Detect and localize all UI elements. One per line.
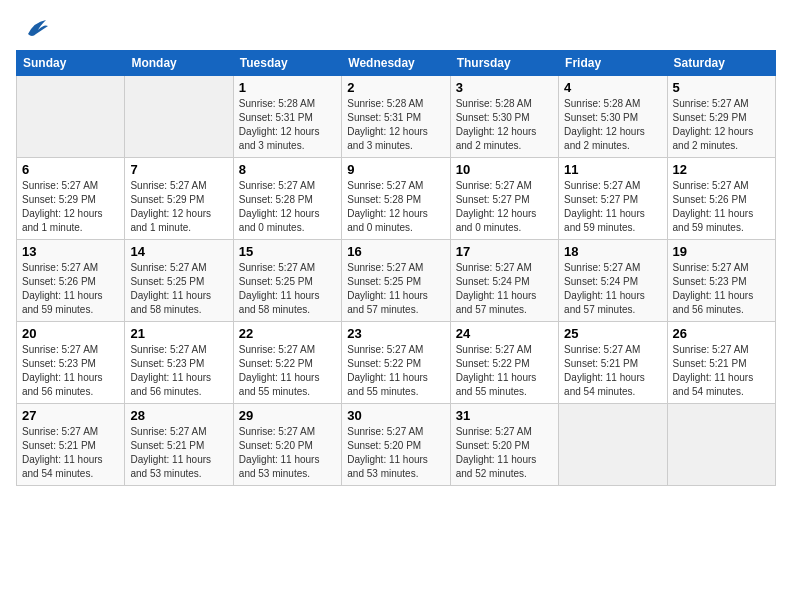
day-info: Sunrise: 5:27 AM Sunset: 5:25 PM Dayligh… <box>130 261 227 317</box>
calendar-body: 1Sunrise: 5:28 AM Sunset: 5:31 PM Daylig… <box>17 76 776 486</box>
day-number: 14 <box>130 244 227 259</box>
day-number: 20 <box>22 326 119 341</box>
calendar-cell: 10Sunrise: 5:27 AM Sunset: 5:27 PM Dayli… <box>450 158 558 240</box>
calendar-cell: 13Sunrise: 5:27 AM Sunset: 5:26 PM Dayli… <box>17 240 125 322</box>
calendar-cell: 18Sunrise: 5:27 AM Sunset: 5:24 PM Dayli… <box>559 240 667 322</box>
day-info: Sunrise: 5:27 AM Sunset: 5:28 PM Dayligh… <box>347 179 444 235</box>
calendar-cell: 22Sunrise: 5:27 AM Sunset: 5:22 PM Dayli… <box>233 322 341 404</box>
day-info: Sunrise: 5:27 AM Sunset: 5:26 PM Dayligh… <box>22 261 119 317</box>
day-info: Sunrise: 5:27 AM Sunset: 5:22 PM Dayligh… <box>347 343 444 399</box>
day-info: Sunrise: 5:27 AM Sunset: 5:22 PM Dayligh… <box>456 343 553 399</box>
day-number: 11 <box>564 162 661 177</box>
calendar-cell: 3Sunrise: 5:28 AM Sunset: 5:30 PM Daylig… <box>450 76 558 158</box>
day-number: 26 <box>673 326 770 341</box>
day-number: 1 <box>239 80 336 95</box>
calendar-cell: 2Sunrise: 5:28 AM Sunset: 5:31 PM Daylig… <box>342 76 450 158</box>
day-number: 29 <box>239 408 336 423</box>
header-wednesday: Wednesday <box>342 51 450 76</box>
day-info: Sunrise: 5:27 AM Sunset: 5:21 PM Dayligh… <box>673 343 770 399</box>
day-number: 12 <box>673 162 770 177</box>
day-number: 13 <box>22 244 119 259</box>
day-number: 18 <box>564 244 661 259</box>
calendar-cell: 15Sunrise: 5:27 AM Sunset: 5:25 PM Dayli… <box>233 240 341 322</box>
day-number: 27 <box>22 408 119 423</box>
header-friday: Friday <box>559 51 667 76</box>
day-info: Sunrise: 5:27 AM Sunset: 5:25 PM Dayligh… <box>347 261 444 317</box>
header-saturday: Saturday <box>667 51 775 76</box>
calendar-cell: 25Sunrise: 5:27 AM Sunset: 5:21 PM Dayli… <box>559 322 667 404</box>
calendar-cell: 27Sunrise: 5:27 AM Sunset: 5:21 PM Dayli… <box>17 404 125 486</box>
calendar-table: SundayMondayTuesdayWednesdayThursdayFrid… <box>16 50 776 486</box>
day-number: 16 <box>347 244 444 259</box>
calendar-cell: 7Sunrise: 5:27 AM Sunset: 5:29 PM Daylig… <box>125 158 233 240</box>
calendar-cell: 14Sunrise: 5:27 AM Sunset: 5:25 PM Dayli… <box>125 240 233 322</box>
week-row-1: 1Sunrise: 5:28 AM Sunset: 5:31 PM Daylig… <box>17 76 776 158</box>
week-row-2: 6Sunrise: 5:27 AM Sunset: 5:29 PM Daylig… <box>17 158 776 240</box>
day-number: 10 <box>456 162 553 177</box>
week-row-4: 20Sunrise: 5:27 AM Sunset: 5:23 PM Dayli… <box>17 322 776 404</box>
day-info: Sunrise: 5:27 AM Sunset: 5:24 PM Dayligh… <box>456 261 553 317</box>
day-number: 21 <box>130 326 227 341</box>
calendar-cell: 16Sunrise: 5:27 AM Sunset: 5:25 PM Dayli… <box>342 240 450 322</box>
day-info: Sunrise: 5:27 AM Sunset: 5:23 PM Dayligh… <box>22 343 119 399</box>
header-thursday: Thursday <box>450 51 558 76</box>
day-number: 30 <box>347 408 444 423</box>
day-info: Sunrise: 5:28 AM Sunset: 5:30 PM Dayligh… <box>456 97 553 153</box>
day-info: Sunrise: 5:27 AM Sunset: 5:20 PM Dayligh… <box>347 425 444 481</box>
calendar-cell: 24Sunrise: 5:27 AM Sunset: 5:22 PM Dayli… <box>450 322 558 404</box>
day-number: 19 <box>673 244 770 259</box>
day-info: Sunrise: 5:27 AM Sunset: 5:29 PM Dayligh… <box>130 179 227 235</box>
day-number: 31 <box>456 408 553 423</box>
day-number: 3 <box>456 80 553 95</box>
day-info: Sunrise: 5:27 AM Sunset: 5:29 PM Dayligh… <box>673 97 770 153</box>
day-info: Sunrise: 5:27 AM Sunset: 5:21 PM Dayligh… <box>22 425 119 481</box>
calendar-cell: 12Sunrise: 5:27 AM Sunset: 5:26 PM Dayli… <box>667 158 775 240</box>
day-info: Sunrise: 5:27 AM Sunset: 5:20 PM Dayligh… <box>456 425 553 481</box>
calendar-cell: 21Sunrise: 5:27 AM Sunset: 5:23 PM Dayli… <box>125 322 233 404</box>
calendar-header-row: SundayMondayTuesdayWednesdayThursdayFrid… <box>17 51 776 76</box>
day-info: Sunrise: 5:28 AM Sunset: 5:31 PM Dayligh… <box>239 97 336 153</box>
calendar-cell: 11Sunrise: 5:27 AM Sunset: 5:27 PM Dayli… <box>559 158 667 240</box>
day-info: Sunrise: 5:27 AM Sunset: 5:24 PM Dayligh… <box>564 261 661 317</box>
calendar-cell: 19Sunrise: 5:27 AM Sunset: 5:23 PM Dayli… <box>667 240 775 322</box>
day-number: 25 <box>564 326 661 341</box>
day-info: Sunrise: 5:27 AM Sunset: 5:26 PM Dayligh… <box>673 179 770 235</box>
calendar-cell: 30Sunrise: 5:27 AM Sunset: 5:20 PM Dayli… <box>342 404 450 486</box>
calendar-cell: 17Sunrise: 5:27 AM Sunset: 5:24 PM Dayli… <box>450 240 558 322</box>
day-info: Sunrise: 5:27 AM Sunset: 5:21 PM Dayligh… <box>564 343 661 399</box>
week-row-3: 13Sunrise: 5:27 AM Sunset: 5:26 PM Dayli… <box>17 240 776 322</box>
calendar-cell: 8Sunrise: 5:27 AM Sunset: 5:28 PM Daylig… <box>233 158 341 240</box>
calendar-cell <box>17 76 125 158</box>
header-sunday: Sunday <box>17 51 125 76</box>
day-number: 9 <box>347 162 444 177</box>
calendar-cell <box>667 404 775 486</box>
day-info: Sunrise: 5:27 AM Sunset: 5:21 PM Dayligh… <box>130 425 227 481</box>
page-header <box>16 16 776 40</box>
day-number: 23 <box>347 326 444 341</box>
day-info: Sunrise: 5:27 AM Sunset: 5:28 PM Dayligh… <box>239 179 336 235</box>
day-info: Sunrise: 5:27 AM Sunset: 5:29 PM Dayligh… <box>22 179 119 235</box>
calendar-cell: 29Sunrise: 5:27 AM Sunset: 5:20 PM Dayli… <box>233 404 341 486</box>
logo <box>16 16 48 40</box>
day-info: Sunrise: 5:27 AM Sunset: 5:23 PM Dayligh… <box>130 343 227 399</box>
day-info: Sunrise: 5:27 AM Sunset: 5:27 PM Dayligh… <box>564 179 661 235</box>
day-number: 2 <box>347 80 444 95</box>
day-number: 7 <box>130 162 227 177</box>
day-number: 28 <box>130 408 227 423</box>
day-number: 6 <box>22 162 119 177</box>
calendar-cell: 23Sunrise: 5:27 AM Sunset: 5:22 PM Dayli… <box>342 322 450 404</box>
day-info: Sunrise: 5:27 AM Sunset: 5:20 PM Dayligh… <box>239 425 336 481</box>
calendar-cell: 20Sunrise: 5:27 AM Sunset: 5:23 PM Dayli… <box>17 322 125 404</box>
calendar-cell: 26Sunrise: 5:27 AM Sunset: 5:21 PM Dayli… <box>667 322 775 404</box>
calendar-cell: 6Sunrise: 5:27 AM Sunset: 5:29 PM Daylig… <box>17 158 125 240</box>
calendar-cell: 1Sunrise: 5:28 AM Sunset: 5:31 PM Daylig… <box>233 76 341 158</box>
week-row-5: 27Sunrise: 5:27 AM Sunset: 5:21 PM Dayli… <box>17 404 776 486</box>
day-number: 24 <box>456 326 553 341</box>
calendar-cell: 4Sunrise: 5:28 AM Sunset: 5:30 PM Daylig… <box>559 76 667 158</box>
calendar-cell: 9Sunrise: 5:27 AM Sunset: 5:28 PM Daylig… <box>342 158 450 240</box>
calendar-cell: 5Sunrise: 5:27 AM Sunset: 5:29 PM Daylig… <box>667 76 775 158</box>
day-info: Sunrise: 5:27 AM Sunset: 5:22 PM Dayligh… <box>239 343 336 399</box>
day-number: 15 <box>239 244 336 259</box>
day-info: Sunrise: 5:27 AM Sunset: 5:25 PM Dayligh… <box>239 261 336 317</box>
calendar-cell <box>125 76 233 158</box>
